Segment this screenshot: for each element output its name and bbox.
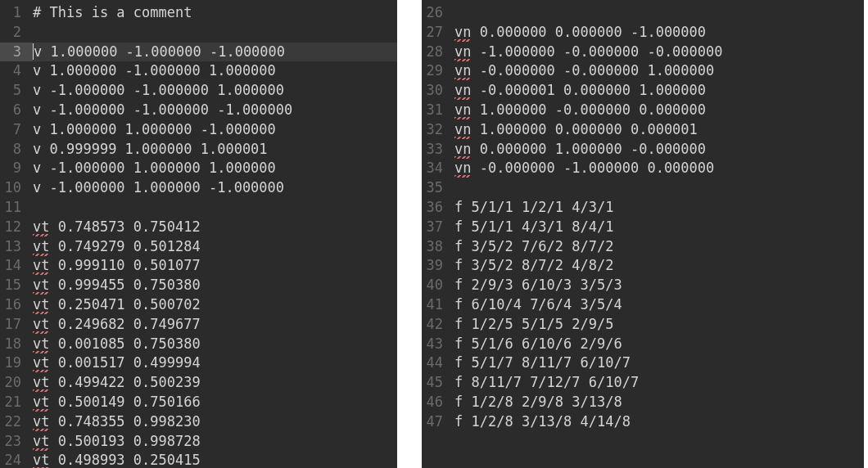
code-content[interactable]: vn -0.000000 -0.000000 1.000000 <box>454 61 856 81</box>
code-content[interactable]: vt 0.500149 0.750166 <box>33 393 389 412</box>
code-text: 0.999110 0.501077 <box>49 257 200 273</box>
code-line[interactable]: 47f 1/2/8 3/13/8 4/14/8 <box>422 412 864 432</box>
code-line[interactable]: 40f 2/9/3 6/10/3 3/5/3 <box>422 276 864 295</box>
code-content[interactable]: f 6/10/4 7/6/4 3/5/4 <box>454 295 856 315</box>
code-text: 1.000000 -0.000000 0.000000 <box>471 101 706 118</box>
code-line[interactable]: 43f 5/1/6 6/10/6 2/9/6 <box>422 335 864 354</box>
code-content[interactable]: f 1/2/8 3/13/8 4/14/8 <box>454 412 856 432</box>
code-line[interactable]: 45f 8/11/7 7/12/7 6/10/7 <box>422 373 864 393</box>
code-content[interactable]: f 2/9/3 6/10/3 3/5/3 <box>454 276 856 295</box>
code-content[interactable]: vt 0.999455 0.750380 <box>33 276 389 295</box>
code-line[interactable]: 24vt 0.498993 0.250415 <box>0 451 397 468</box>
code-content[interactable]: vt 0.250471 0.500702 <box>33 295 389 315</box>
code-line[interactable]: 5v -1.000000 -1.000000 1.000000 <box>0 81 397 101</box>
code-content[interactable]: vt 0.500193 0.998728 <box>33 432 389 452</box>
code-content[interactable]: f 5/1/1 4/3/1 8/4/1 <box>454 218 856 237</box>
code-line[interactable]: 18vt 0.001085 0.750380 <box>0 335 397 354</box>
code-line[interactable]: 12vt 0.748573 0.750412 <box>0 218 397 237</box>
code-line[interactable]: 44f 5/1/7 8/11/7 6/10/7 <box>422 353 864 373</box>
code-content[interactable]: v -1.000000 1.000000 -1.000000 <box>33 178 389 198</box>
code-content[interactable]: # This is a comment <box>33 3 389 23</box>
code-line[interactable]: 30vn -0.000001 0.000000 1.000000 <box>422 81 864 101</box>
code-line[interactable]: 41f 6/10/4 7/6/4 3/5/4 <box>422 295 864 315</box>
code-content[interactable]: vt 0.749279 0.501284 <box>33 237 389 257</box>
code-line[interactable]: 20vt 0.499422 0.500239 <box>0 373 397 393</box>
code-content[interactable]: vn -0.000000 -1.000000 0.000000 <box>454 159 856 178</box>
code-line[interactable]: 38f 3/5/2 7/6/2 8/7/2 <box>422 237 864 257</box>
code-line[interactable]: 1# This is a comment <box>0 3 397 23</box>
code-line[interactable]: 10v -1.000000 1.000000 -1.000000 <box>0 178 397 198</box>
code-line[interactable]: 2 <box>0 23 397 43</box>
code-line[interactable]: 29vn -0.000000 -0.000000 1.000000 <box>422 61 864 81</box>
code-keyword: vt <box>33 316 49 332</box>
code-line[interactable]: 8v 0.999999 1.000000 1.000001 <box>0 140 397 160</box>
code-line[interactable]: 42f 1/2/5 5/1/5 2/9/5 <box>422 315 864 335</box>
code-text: 3/5/2 8/7/2 4/8/2 <box>463 257 613 273</box>
code-line[interactable]: 27vn 0.000000 0.000000 -1.000000 <box>422 23 864 43</box>
code-line[interactable]: 9v -1.000000 1.000000 1.000000 <box>0 159 397 178</box>
code-line[interactable]: 14vt 0.999110 0.501077 <box>0 256 397 276</box>
code-content[interactable]: f 3/5/2 8/7/2 4/8/2 <box>454 256 856 276</box>
code-content[interactable]: vn 1.000000 -0.000000 0.000000 <box>454 101 856 120</box>
code-line[interactable]: 35 <box>422 178 864 198</box>
code-line[interactable]: 13vt 0.749279 0.501284 <box>0 237 397 257</box>
code-keyword: vt <box>33 335 49 352</box>
code-content[interactable]: f 5/1/1 1/2/1 4/3/1 <box>454 198 856 218</box>
code-content[interactable]: f 1/2/8 2/9/8 3/13/8 <box>454 393 856 412</box>
line-number: 39 <box>422 256 454 276</box>
code-content[interactable]: f 5/1/7 8/11/7 6/10/7 <box>454 353 856 373</box>
code-line[interactable]: 31vn 1.000000 -0.000000 0.000000 <box>422 101 864 120</box>
code-line[interactable]: 15vt 0.999455 0.750380 <box>0 276 397 295</box>
code-content[interactable]: v -1.000000 -1.000000 -1.000000 <box>33 101 389 120</box>
code-content[interactable]: vt 0.499422 0.500239 <box>33 373 389 393</box>
code-content[interactable]: vn 0.000000 0.000000 -1.000000 <box>454 23 856 43</box>
code-line[interactable]: 7v 1.000000 1.000000 -1.000000 <box>0 120 397 140</box>
code-content[interactable]: f 5/1/6 6/10/6 2/9/6 <box>454 335 856 354</box>
code-line[interactable]: 11 <box>0 198 397 218</box>
code-line[interactable]: 23vt 0.500193 0.998728 <box>0 432 397 452</box>
code-line[interactable]: 19vt 0.001517 0.499994 <box>0 353 397 373</box>
code-line[interactable]: 32vn 1.000000 0.000000 0.000001 <box>422 120 864 140</box>
editor-pane-left[interactable]: 1# This is a comment23v 1.000000 -1.0000… <box>0 0 397 468</box>
code-line[interactable]: 36f 5/1/1 1/2/1 4/3/1 <box>422 198 864 218</box>
code-content[interactable]: vn -0.000001 0.000000 1.000000 <box>454 81 856 101</box>
code-line[interactable]: 39f 3/5/2 8/7/2 4/8/2 <box>422 256 864 276</box>
code-line[interactable]: 26 <box>422 3 864 23</box>
code-content[interactable]: v -1.000000 1.000000 1.000000 <box>33 159 389 178</box>
code-content[interactable]: f 3/5/2 7/6/2 8/7/2 <box>454 237 856 257</box>
code-content[interactable]: vt 0.748573 0.750412 <box>33 218 389 237</box>
code-line[interactable]: 22vt 0.748355 0.998230 <box>0 412 397 432</box>
code-content[interactable]: f 8/11/7 7/12/7 6/10/7 <box>454 373 856 393</box>
code-text: 1.000000 1.000000 -1.000000 <box>41 121 276 137</box>
code-text: -0.000000 -0.000000 1.000000 <box>471 62 714 79</box>
code-content[interactable]: vt 0.999110 0.501077 <box>33 256 389 276</box>
code-line[interactable]: 17vt 0.249682 0.749677 <box>0 315 397 335</box>
code-line[interactable]: 46f 1/2/8 2/9/8 3/13/8 <box>422 393 864 412</box>
code-content[interactable]: v -1.000000 -1.000000 1.000000 <box>33 81 389 101</box>
code-line[interactable]: 33vn 0.000000 1.000000 -0.000000 <box>422 140 864 160</box>
code-content[interactable]: vt 0.249682 0.749677 <box>33 315 389 335</box>
code-content[interactable]: vt 0.498993 0.250415 <box>33 451 389 468</box>
code-content[interactable]: vn 0.000000 1.000000 -0.000000 <box>454 140 856 160</box>
code-content[interactable]: v 1.000000 -1.000000 1.000000 <box>33 61 389 81</box>
code-keyword: v <box>33 82 41 98</box>
code-line[interactable]: 21vt 0.500149 0.750166 <box>0 393 397 412</box>
code-content[interactable]: v 1.000000 -1.000000 -1.000000 <box>33 43 389 62</box>
code-content[interactable]: vn -1.000000 -0.000000 -0.000000 <box>454 43 856 62</box>
code-content[interactable]: f 1/2/5 5/1/5 2/9/5 <box>454 315 856 335</box>
code-content[interactable]: vt 0.001517 0.499994 <box>33 353 389 373</box>
code-line[interactable]: 6v -1.000000 -1.000000 -1.000000 <box>0 101 397 120</box>
editor-pane-right[interactable]: 2627vn 0.000000 0.000000 -1.00000028vn -… <box>422 0 864 468</box>
code-line[interactable]: 16vt 0.250471 0.500702 <box>0 295 397 315</box>
code-content[interactable]: v 1.000000 1.000000 -1.000000 <box>33 120 389 140</box>
code-content[interactable]: vt 0.748355 0.998230 <box>33 412 389 432</box>
code-content[interactable]: vt 0.001085 0.750380 <box>33 335 389 354</box>
code-line[interactable]: 34vn -0.000000 -1.000000 0.000000 <box>422 159 864 178</box>
line-number: 27 <box>422 23 454 43</box>
code-content[interactable]: v 0.999999 1.000000 1.000001 <box>33 140 389 160</box>
code-line[interactable]: 37f 5/1/1 4/3/1 8/4/1 <box>422 218 864 237</box>
code-line[interactable]: 28vn -1.000000 -0.000000 -0.000000 <box>422 43 864 62</box>
code-line[interactable]: 3v 1.000000 -1.000000 -1.000000 <box>0 43 397 62</box>
code-line[interactable]: 4v 1.000000 -1.000000 1.000000 <box>0 61 397 81</box>
code-content[interactable]: vn 1.000000 0.000000 0.000001 <box>454 120 856 140</box>
